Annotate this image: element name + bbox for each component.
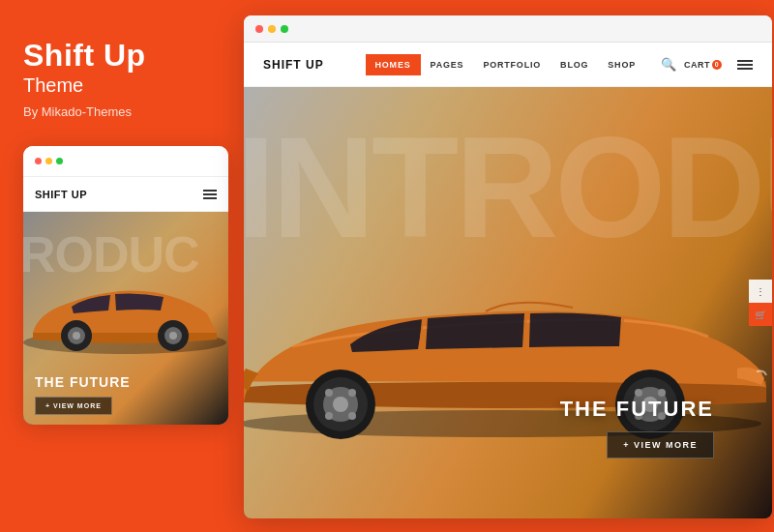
left-panel: Shift Up Theme By Mikado-Themes SHIFT UP… [0, 0, 240, 532]
desktop-hero: INTRODUCIN [244, 87, 772, 518]
theme-author: By Mikado-Themes [23, 104, 217, 119]
desktop-nav-portfolio[interactable]: PORTFOLIO [473, 54, 551, 75]
svg-point-3 [73, 332, 80, 340]
theme-title-line1: Shift Up [23, 39, 217, 73]
mobile-hamburger-icon [203, 190, 217, 199]
desktop-window-controls [255, 25, 288, 33]
search-icon[interactable]: 🔍 [661, 57, 676, 72]
mobile-dot-yellow [45, 158, 52, 164]
desktop-dot-green [281, 25, 288, 33]
svg-point-16 [348, 389, 356, 397]
desktop-nav-shop[interactable]: SHOP [598, 54, 645, 75]
desktop-hamburger-icon[interactable] [737, 60, 753, 70]
mobile-mockup: SHIFT UP RODUC [23, 146, 228, 425]
mobile-view-more-button[interactable]: + VIEW MORE [35, 397, 112, 415]
svg-point-6 [169, 332, 177, 340]
mobile-hero: RODUC THE FUTURE + VIEW MORE [23, 212, 228, 425]
desktop-dot-red [255, 25, 263, 33]
desktop-side-icons: ⋮ 🛒 [749, 280, 772, 326]
desktop-nav-pages[interactable]: PAGES [421, 54, 474, 75]
desktop-hero-text: THE FUTURE [560, 397, 714, 422]
mobile-topbar [23, 146, 228, 177]
svg-point-14 [333, 397, 348, 412]
desktop-nav-homes[interactable]: HOMES [366, 54, 421, 75]
desktop-cart[interactable]: CART 0 [684, 60, 722, 70]
desktop-nav: SHIFT UP HOMES PAGES PORTFOLIO BLOG SHOP… [244, 43, 772, 87]
desktop-dot-yellow [268, 25, 276, 33]
svg-point-15 [325, 389, 333, 397]
mobile-car-svg [23, 260, 228, 367]
mobile-hero-text: THE FUTURE [35, 374, 131, 390]
desktop-side-icon-1[interactable]: ⋮ [749, 280, 772, 303]
desktop-nav-items: HOMES PAGES PORTFOLIO BLOG SHOP [366, 54, 645, 75]
mobile-nav-logo: SHIFT UP [35, 189, 87, 200]
theme-subtitle: Theme [23, 74, 217, 97]
desktop-nav-logo: SHIFT UP [263, 58, 324, 72]
mobile-window-controls [35, 158, 63, 164]
desktop-nav-icons: 🔍 CART 0 [661, 57, 753, 72]
svg-point-17 [348, 412, 356, 420]
mobile-dot-green [56, 158, 63, 164]
desktop-nav-blog[interactable]: BLOG [551, 54, 598, 75]
cart-label: CART [684, 60, 710, 70]
desktop-hero-big-text: INTRODUCIN [244, 116, 772, 259]
cart-badge: 0 [712, 60, 722, 70]
desktop-side-cart-icon[interactable]: 🛒 [749, 303, 772, 326]
svg-point-23 [635, 389, 642, 397]
svg-point-18 [325, 412, 333, 420]
desktop-topbar [244, 15, 772, 43]
desktop-mockup: SHIFT UP HOMES PAGES PORTFOLIO BLOG SHOP… [244, 15, 772, 518]
mobile-nav: SHIFT UP [23, 177, 228, 212]
svg-point-24 [658, 389, 666, 397]
mobile-dot-red [35, 158, 42, 164]
desktop-view-more-button[interactable]: + VIEW MORE [607, 431, 714, 458]
